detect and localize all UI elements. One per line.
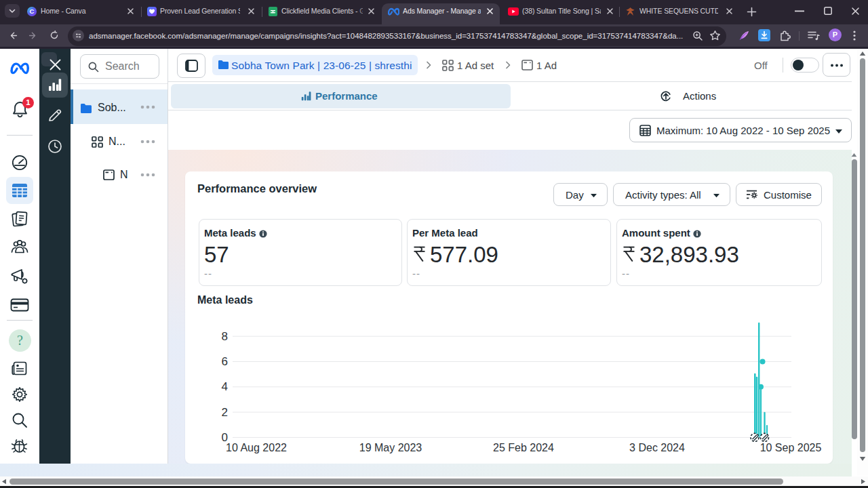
svg-text:10 Aug 2022: 10 Aug 2022 xyxy=(226,442,287,453)
svg-text:8: 8 xyxy=(222,330,228,343)
svg-text:3 Dec 2024: 3 Dec 2024 xyxy=(629,442,685,453)
svg-text:4: 4 xyxy=(222,380,228,393)
svg-text:C: C xyxy=(30,7,35,15)
svg-text:25 Feb 2024: 25 Feb 2024 xyxy=(493,442,554,453)
svg-text:10 Sep 2025: 10 Sep 2025 xyxy=(760,442,822,453)
svg-text:19 May 2023: 19 May 2023 xyxy=(359,442,422,453)
svg-text:6: 6 xyxy=(222,355,228,368)
svg-text:2: 2 xyxy=(222,406,228,419)
